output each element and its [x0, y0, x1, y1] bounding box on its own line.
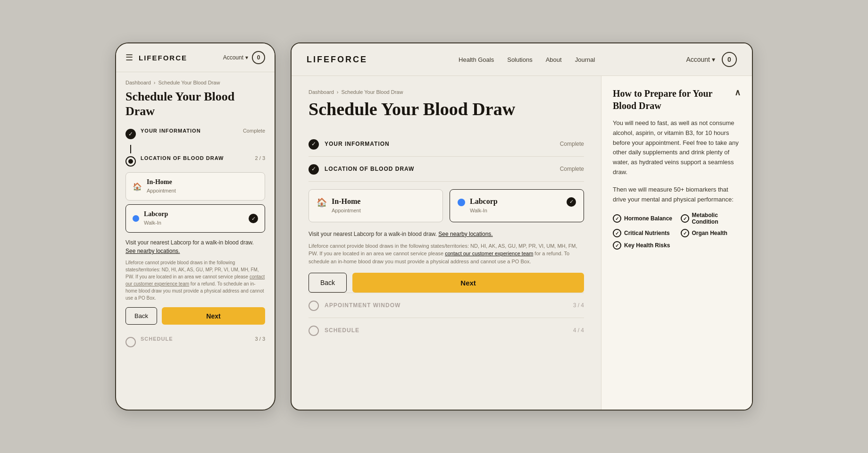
mobile-breadcrumb: Dashboard › Schedule Your Blood Draw — [125, 80, 265, 85]
desktop-step1-complete-icon: ✓ — [309, 139, 319, 150]
mobile-labcorp-check-icon: ✓ — [249, 214, 258, 223]
biomarker-health-risks: ✓ Key Health Risks — [613, 241, 673, 250]
desktop-main: Dashboard › Schedule Your Blood Draw Sch… — [292, 76, 601, 410]
desktop-next-button[interactable]: Next — [352, 273, 584, 293]
desktop-step3-status: 3 / 4 — [573, 302, 584, 309]
mobile-info-text: Visit your nearest Labcorp for a walk-in… — [125, 238, 265, 255]
mobile-header-actions: Account ▾ 0 — [223, 51, 265, 64]
desktop-home-icon: 🏠 — [317, 197, 327, 208]
mobile-inhome-type: Appointment — [147, 188, 176, 193]
labcorp-dot-icon — [133, 215, 139, 222]
desktop-inhome-info: In-Home Appointment — [332, 197, 361, 214]
mobile-labcorp-name: Labcorp — [144, 210, 168, 218]
nav-solutions[interactable]: Solutions — [507, 56, 532, 63]
desktop-btn-row: Back Next — [309, 273, 584, 293]
nav-about[interactable]: About — [546, 56, 562, 63]
mobile-location-inhome-info: In-Home Appointment — [147, 178, 176, 194]
desktop-location-cards: 🏠 In-Home Appointment Labcorp Walk-In ✓ — [309, 189, 584, 222]
mobile-account-button[interactable]: Account ▾ — [223, 54, 248, 61]
desktop-page-title: Schedule Your Blood Draw — [309, 99, 584, 120]
desktop-step4-label: SCHEDULE — [325, 327, 568, 334]
biomarker-check-3: ✓ — [613, 229, 621, 237]
desktop-back-button[interactable]: Back — [309, 273, 347, 293]
biomarker-check-2: ✓ — [681, 214, 689, 223]
step-inactive-icon — [125, 337, 136, 347]
step-schedule-label: SCHEDULE — [141, 336, 250, 342]
mobile-disclaimer: Lifeforce cannot provide blood draws in … — [125, 259, 265, 302]
mobile-header-left: ☰ LIFEFORCE — [125, 52, 187, 63]
desktop-step2-complete-icon: ✓ — [309, 164, 319, 175]
desktop-content: Dashboard › Schedule Your Blood Draw Sch… — [292, 76, 752, 410]
desktop-step-location: ✓ LOCATION OF BLOOD DRAW Complete — [309, 157, 584, 182]
desktop-step-your-info: ✓ YOUR INFORMATION Complete — [309, 132, 584, 157]
mobile-location-card-labcorp[interactable]: Labcorp Walk-In ✓ — [125, 204, 265, 233]
desktop-breadcrumb-arrow: › — [337, 89, 339, 95]
desktop-logo: LIFEFORCE — [307, 55, 367, 65]
desktop-cart-badge[interactable]: 0 — [722, 52, 737, 67]
desktop-step4-status: 4 / 4 — [573, 327, 584, 334]
mobile-back-button[interactable]: Back — [125, 307, 157, 325]
mobile-step-schedule: SCHEDULE 3 / 3 — [125, 336, 265, 347]
mobile-cart-badge[interactable]: 0 — [252, 51, 265, 64]
biomarker-metabolic: ✓ Metabolic Condition — [681, 212, 741, 225]
step-connector-1 — [130, 145, 131, 153]
desktop-step-appt-window: APPOINTMENT WINDOW 3 / 4 — [309, 293, 584, 318]
mobile-spacer — [125, 332, 265, 336]
desktop-labcorp-type: Walk-In — [470, 208, 487, 213]
mobile-next-button[interactable]: Next — [162, 307, 265, 325]
collapse-icon[interactable]: ∧ — [734, 87, 741, 98]
home-icon: 🏠 — [133, 182, 142, 191]
desktop-location-labcorp[interactable]: Labcorp Walk-In ✓ — [450, 189, 584, 222]
desktop-nav: Health Goals Solutions About Journal — [459, 56, 595, 63]
mobile-btn-row: Back Next — [125, 307, 265, 325]
mobile-header: ☰ LIFEFORCE Account ▾ 0 — [116, 43, 275, 72]
mobile-panel: ☰ LIFEFORCE Account ▾ 0 Dashboard › Sche… — [115, 42, 275, 411]
desktop-account-button[interactable]: Account ▾ — [686, 56, 715, 63]
desktop-info-text: Visit your nearest Labcorp for a walk-in… — [309, 230, 584, 238]
desktop-nearby-link[interactable]: See nearby locations. — [438, 231, 492, 237]
desktop-sidebar: How to Prepare for Your Blood Draw ∧ You… — [601, 76, 752, 410]
step-active-icon — [125, 156, 136, 167]
biomarker-hormone: ✓ Hormone Balance — [613, 212, 673, 225]
desktop-step4-inactive-icon — [309, 326, 319, 336]
step-your-info-status: Complete — [243, 128, 265, 134]
desktop-labcorp-info: Labcorp Walk-In — [470, 197, 562, 214]
desktop-labcorp-dot-icon — [458, 199, 465, 206]
desktop-labcorp-name: Labcorp — [470, 197, 562, 206]
nav-health-goals[interactable]: Health Goals — [459, 56, 494, 63]
desktop-step1-label: YOUR INFORMATION — [325, 141, 554, 147]
mobile-page-title: Schedule Your Blood Draw — [125, 89, 265, 118]
breadcrumb-arrow: › — [154, 80, 156, 85]
desktop-breadcrumb: Dashboard › Schedule Your Blood Draw — [309, 89, 584, 95]
desktop-header-right: Account ▾ 0 — [686, 52, 737, 67]
desktop-contact-link[interactable]: contact our customer experience team — [445, 251, 533, 256]
desktop-step1-status: Complete — [560, 141, 584, 147]
biomarker-check-1: ✓ — [613, 214, 621, 223]
mobile-contact-link[interactable]: contact our customer experience team — [125, 274, 265, 286]
mobile-content: Dashboard › Schedule Your Blood Draw Sch… — [116, 72, 275, 410]
mobile-logo: LIFEFORCE — [139, 54, 187, 62]
step-active-dot — [128, 159, 133, 164]
desktop-step2-status: Complete — [560, 166, 584, 172]
step-location-status: 2 / 3 — [255, 155, 265, 161]
desktop-labcorp-check-icon: ✓ — [567, 197, 576, 207]
desktop-step2-label: LOCATION OF BLOOD DRAW — [325, 166, 554, 172]
biomarker-grid: ✓ Hormone Balance ✓ Metabolic Condition … — [613, 212, 741, 250]
step-schedule-status: 3 / 3 — [255, 336, 265, 342]
sidebar-title: How to Prepare for Your Blood Draw ∧ — [613, 87, 741, 112]
desktop-inhome-type: Appointment — [332, 208, 361, 213]
desktop-panel: LIFEFORCE Health Goals Solutions About J… — [291, 42, 753, 411]
desktop-location-inhome[interactable]: 🏠 In-Home Appointment — [309, 189, 443, 222]
desktop-disclaimer: Lifeforce cannot provide blood draws in … — [309, 242, 584, 266]
mobile-location-card-inhome[interactable]: 🏠 In-Home Appointment — [125, 172, 265, 201]
desktop-header: LIFEFORCE Health Goals Solutions About J… — [292, 43, 752, 76]
biomarker-organ: ✓ Organ Health — [681, 229, 741, 237]
chevron-down-icon: ▾ — [245, 54, 248, 61]
biomarker-check-4: ✓ — [681, 229, 689, 237]
hamburger-icon[interactable]: ☰ — [125, 52, 133, 63]
step-location-label: LOCATION OF BLOOD DRAW — [141, 155, 250, 161]
desktop-step-schedule: SCHEDULE 4 / 4 — [309, 318, 584, 343]
nav-journal[interactable]: Journal — [575, 56, 595, 63]
mobile-location-labcorp-info: Labcorp Walk-In — [144, 210, 168, 226]
mobile-nearby-link[interactable]: See nearby locations. — [125, 248, 180, 254]
